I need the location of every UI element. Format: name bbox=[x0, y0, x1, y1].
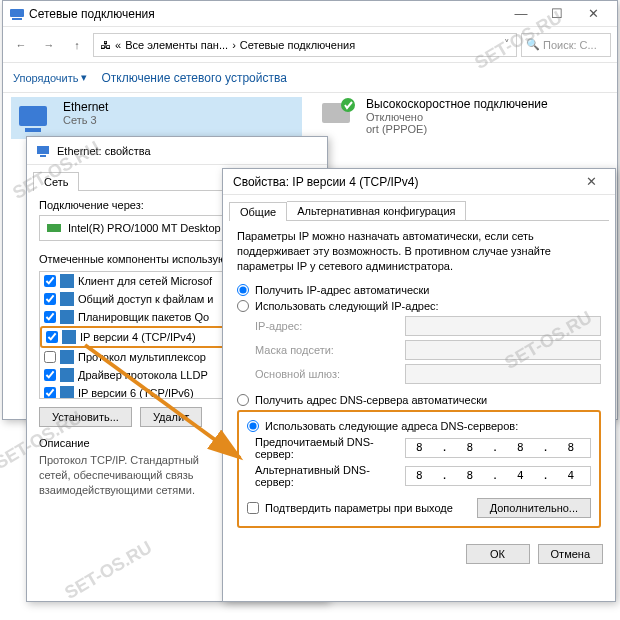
explorer-title: Сетевые подключения bbox=[25, 7, 503, 21]
label-gateway: Основной шлюз: bbox=[255, 368, 405, 380]
checkbox[interactable] bbox=[46, 331, 58, 343]
tab-alt-config[interactable]: Альтернативная конфигурация bbox=[287, 201, 466, 220]
preferred-dns-field[interactable]: 8 . 8 . 8 . 8 bbox=[405, 438, 591, 458]
checkbox[interactable] bbox=[44, 293, 56, 305]
component-icon bbox=[60, 274, 74, 288]
checkbox[interactable] bbox=[44, 387, 56, 399]
svg-rect-15 bbox=[60, 386, 74, 399]
label-validate: Подтвердить параметры при выходе bbox=[265, 502, 453, 514]
ipv4-body: Параметры IP можно назначать автоматичес… bbox=[223, 221, 615, 538]
checkbox[interactable] bbox=[44, 275, 56, 287]
chevron-down-icon: ▾ bbox=[81, 71, 87, 84]
connection-status: Сеть 3 bbox=[63, 114, 108, 126]
breadcrumb-part[interactable]: Все элементы пан... bbox=[125, 39, 228, 51]
props-titlebar: Ethernet: свойства bbox=[27, 137, 327, 165]
ok-button[interactable]: ОК bbox=[466, 544, 530, 564]
search-input[interactable]: 🔍 Поиск: С... bbox=[521, 33, 611, 57]
svg-rect-14 bbox=[60, 368, 74, 382]
tab-network[interactable]: Сеть bbox=[33, 172, 79, 191]
install-button[interactable]: Установить... bbox=[39, 407, 132, 427]
pppoe-icon bbox=[318, 97, 358, 133]
checkbox[interactable] bbox=[44, 351, 56, 363]
gateway-field bbox=[405, 364, 601, 384]
svg-rect-0 bbox=[10, 9, 24, 17]
radio[interactable] bbox=[237, 300, 249, 312]
up-icon[interactable]: ↑ bbox=[65, 33, 89, 57]
label-dns2: Альтернативный DNS-сервер: bbox=[255, 464, 405, 488]
svg-rect-10 bbox=[60, 292, 74, 306]
svg-rect-7 bbox=[40, 155, 46, 157]
breadcrumb-part[interactable]: Сетевые подключения bbox=[240, 39, 355, 51]
ipv4-titlebar: Свойства: IP версии 4 (TCP/IPv4) ✕ bbox=[223, 169, 615, 195]
ethernet-icon bbox=[35, 143, 51, 159]
component-icon bbox=[60, 292, 74, 306]
back-icon[interactable]: ← bbox=[9, 33, 33, 57]
cancel-button[interactable]: Отмена bbox=[538, 544, 603, 564]
svg-point-5 bbox=[341, 98, 355, 112]
explorer-navbar: ← → ↑ 🖧 « Все элементы пан... › Сетевые … bbox=[3, 27, 617, 63]
advanced-button[interactable]: Дополнительно... bbox=[477, 498, 591, 518]
svg-rect-2 bbox=[19, 106, 47, 126]
close-icon[interactable]: ✕ bbox=[575, 3, 611, 25]
connection-pppoe[interactable]: Высокоскоростное подключение Отключено o… bbox=[318, 97, 609, 135]
ip-fields: IP-адрес: Маска подсети: Основной шлюз: bbox=[255, 316, 601, 384]
component-icon bbox=[62, 330, 76, 344]
adapter-name: Intel(R) PRO/1000 MT Desktop bbox=[68, 222, 221, 234]
explorer-commandbar: Упорядочить ▾ Отключение сетевого устрой… bbox=[3, 63, 617, 93]
minimize-icon[interactable]: — bbox=[503, 3, 539, 25]
svg-rect-8 bbox=[47, 224, 61, 232]
ip-address-field bbox=[405, 316, 601, 336]
checkbox-validate[interactable] bbox=[247, 502, 259, 514]
intro-text: Параметры IP можно назначать автоматичес… bbox=[237, 229, 601, 274]
remove-button[interactable]: Удалит bbox=[140, 407, 202, 427]
props-title: Ethernet: свойства bbox=[57, 145, 151, 157]
radio-dns-auto[interactable]: Получить адрес DNS-сервера автоматически bbox=[237, 394, 601, 406]
checkbox[interactable] bbox=[44, 369, 56, 381]
connection-subtype: ort (PPPOE) bbox=[366, 123, 548, 135]
explorer-titlebar: Сетевые подключения — ☐ ✕ bbox=[3, 1, 617, 27]
tab-general[interactable]: Общие bbox=[229, 202, 287, 221]
connection-name: Ethernet bbox=[63, 100, 108, 114]
component-icon bbox=[60, 386, 74, 399]
connection-status: Отключено bbox=[366, 111, 548, 123]
svg-rect-6 bbox=[37, 146, 49, 154]
ipv4-properties-window: Свойства: IP версии 4 (TCP/IPv4) ✕ Общие… bbox=[222, 168, 616, 602]
component-icon bbox=[60, 368, 74, 382]
breadcrumb[interactable]: 🖧 « Все элементы пан... › Сетевые подклю… bbox=[93, 33, 517, 57]
radio[interactable] bbox=[237, 394, 249, 406]
svg-rect-13 bbox=[60, 350, 74, 364]
svg-rect-9 bbox=[60, 274, 74, 288]
ethernet-icon bbox=[15, 100, 55, 136]
svg-rect-11 bbox=[60, 310, 74, 324]
component-icon bbox=[60, 350, 74, 364]
connection-name: Высокоскоростное подключение bbox=[366, 97, 548, 111]
radio-ip-auto[interactable]: Получить IP-адрес автоматически bbox=[237, 284, 601, 296]
window-controls: — ☐ ✕ bbox=[503, 3, 611, 25]
disable-device-cmd[interactable]: Отключение сетевого устройства bbox=[101, 71, 286, 85]
search-icon: 🔍 bbox=[526, 38, 540, 51]
label-ip: IP-адрес: bbox=[255, 320, 405, 332]
svg-rect-3 bbox=[25, 128, 41, 132]
svg-rect-1 bbox=[12, 18, 22, 20]
validate-row: Подтвердить параметры при выходе Дополни… bbox=[247, 498, 591, 518]
connection-ethernet[interactable]: Ethernet Сеть 3 bbox=[11, 97, 302, 139]
maximize-icon[interactable]: ☐ bbox=[539, 3, 575, 25]
radio-ip-manual[interactable]: Использовать следующий IP-адрес: bbox=[237, 300, 601, 312]
component-icon bbox=[60, 310, 74, 324]
radio[interactable] bbox=[237, 284, 249, 296]
forward-icon[interactable]: → bbox=[37, 33, 61, 57]
radio[interactable] bbox=[247, 420, 259, 432]
chevron-down-icon[interactable]: ˅ bbox=[504, 38, 510, 51]
close-icon[interactable]: ✕ bbox=[573, 171, 609, 193]
network-icon bbox=[9, 6, 25, 22]
organize-menu[interactable]: Упорядочить ▾ bbox=[13, 71, 87, 84]
tabstrip: Общие Альтернативная конфигурация bbox=[229, 201, 609, 221]
dns-fields: Предпочитаемый DNS-сервер:8 . 8 . 8 . 8 … bbox=[255, 436, 591, 488]
alternate-dns-field[interactable]: 8 . 8 . 4 . 4 bbox=[405, 466, 591, 486]
checkbox[interactable] bbox=[44, 311, 56, 323]
radio-dns-manual[interactable]: Использовать следующие адреса DNS-сервер… bbox=[247, 420, 591, 432]
nic-icon bbox=[46, 220, 62, 236]
ipv4-title: Свойства: IP версии 4 (TCP/IPv4) bbox=[229, 175, 573, 189]
dns-section-highlight: Использовать следующие адреса DNS-сервер… bbox=[237, 410, 601, 528]
label-mask: Маска подсети: bbox=[255, 344, 405, 356]
